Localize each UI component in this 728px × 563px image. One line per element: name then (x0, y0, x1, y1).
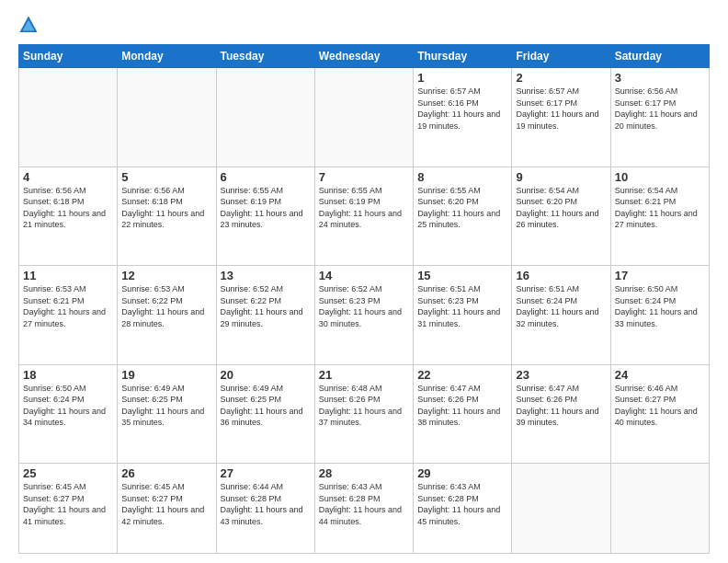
header-wednesday: Wednesday (314, 45, 413, 68)
table-row (610, 464, 709, 554)
day-number: 28 (319, 466, 409, 480)
week-row-1: 4Sunrise: 6:56 AM Sunset: 6:18 PM Daylig… (19, 167, 710, 266)
day-number: 3 (615, 71, 705, 85)
header-sunday: Sunday (19, 45, 118, 68)
table-row: 27Sunrise: 6:44 AM Sunset: 6:28 PM Dayli… (216, 464, 314, 554)
table-row: 7Sunrise: 6:55 AM Sunset: 6:19 PM Daylig… (314, 167, 413, 266)
day-number: 26 (121, 466, 211, 480)
table-row: 12Sunrise: 6:53 AM Sunset: 6:22 PM Dayli… (118, 266, 216, 365)
table-row: 20Sunrise: 6:49 AM Sunset: 6:25 PM Dayli… (216, 364, 314, 464)
day-number: 13 (221, 269, 311, 282)
table-row: 29Sunrise: 6:43 AM Sunset: 6:28 PM Dayli… (414, 464, 512, 554)
table-row: 15Sunrise: 6:51 AM Sunset: 6:23 PM Dayli… (414, 266, 512, 365)
table-row: 17Sunrise: 6:50 AM Sunset: 6:24 PM Dayli… (610, 266, 709, 365)
day-info: Sunrise: 6:55 AM Sunset: 6:19 PM Dayligh… (319, 185, 409, 231)
day-number: 2 (516, 71, 606, 85)
week-row-0: 1Sunrise: 6:57 AM Sunset: 6:16 PM Daylig… (19, 68, 710, 167)
day-info: Sunrise: 6:56 AM Sunset: 6:18 PM Dayligh… (121, 185, 211, 231)
day-number: 12 (121, 269, 211, 282)
day-number: 5 (121, 170, 211, 184)
day-number: 18 (23, 368, 113, 382)
table-row: 19Sunrise: 6:49 AM Sunset: 6:25 PM Dayli… (118, 364, 216, 464)
day-info: Sunrise: 6:51 AM Sunset: 6:23 PM Dayligh… (417, 283, 507, 329)
day-info: Sunrise: 6:50 AM Sunset: 6:24 PM Dayligh… (23, 383, 113, 429)
day-info: Sunrise: 6:47 AM Sunset: 6:26 PM Dayligh… (516, 383, 606, 429)
day-number: 17 (615, 269, 705, 282)
day-number: 8 (417, 170, 507, 184)
table-row: 13Sunrise: 6:52 AM Sunset: 6:22 PM Dayli… (216, 266, 314, 365)
table-row: 28Sunrise: 6:43 AM Sunset: 6:28 PM Dayli… (314, 464, 413, 554)
day-number: 14 (319, 269, 409, 282)
day-number: 1 (417, 71, 507, 85)
logo-icon (18, 15, 39, 35)
day-info: Sunrise: 6:56 AM Sunset: 6:17 PM Dayligh… (615, 86, 705, 132)
day-number: 10 (615, 170, 705, 184)
day-info: Sunrise: 6:54 AM Sunset: 6:21 PM Dayligh… (615, 185, 705, 231)
day-number: 23 (516, 368, 606, 382)
day-number: 27 (221, 466, 311, 480)
day-info: Sunrise: 6:57 AM Sunset: 6:17 PM Dayligh… (516, 86, 606, 132)
table-row (118, 68, 216, 167)
table-row: 23Sunrise: 6:47 AM Sunset: 6:26 PM Dayli… (512, 364, 610, 464)
table-row: 10Sunrise: 6:54 AM Sunset: 6:21 PM Dayli… (610, 167, 709, 266)
header-tuesday: Tuesday (216, 45, 314, 68)
table-row: 1Sunrise: 6:57 AM Sunset: 6:16 PM Daylig… (414, 68, 512, 167)
table-row: 11Sunrise: 6:53 AM Sunset: 6:21 PM Dayli… (19, 266, 118, 365)
day-number: 24 (615, 368, 705, 382)
header (18, 15, 710, 35)
table-row: 16Sunrise: 6:51 AM Sunset: 6:24 PM Dayli… (512, 266, 610, 365)
table-row: 22Sunrise: 6:47 AM Sunset: 6:26 PM Dayli… (414, 364, 512, 464)
table-row: 6Sunrise: 6:55 AM Sunset: 6:19 PM Daylig… (216, 167, 314, 266)
page: SundayMondayTuesdayWednesdayThursdayFrid… (0, 0, 728, 563)
day-info: Sunrise: 6:49 AM Sunset: 6:25 PM Dayligh… (121, 383, 211, 429)
header-friday: Friday (512, 45, 610, 68)
day-info: Sunrise: 6:54 AM Sunset: 6:20 PM Dayligh… (516, 185, 606, 231)
logo (18, 15, 42, 35)
day-number: 29 (417, 466, 507, 480)
day-info: Sunrise: 6:44 AM Sunset: 6:28 PM Dayligh… (221, 481, 311, 527)
table-row (512, 464, 610, 554)
calendar-table: SundayMondayTuesdayWednesdayThursdayFrid… (18, 44, 710, 554)
day-info: Sunrise: 6:56 AM Sunset: 6:18 PM Dayligh… (23, 185, 113, 231)
day-info: Sunrise: 6:46 AM Sunset: 6:27 PM Dayligh… (615, 383, 705, 429)
table-row: 24Sunrise: 6:46 AM Sunset: 6:27 PM Dayli… (610, 364, 709, 464)
day-number: 20 (221, 368, 311, 382)
day-info: Sunrise: 6:51 AM Sunset: 6:24 PM Dayligh… (516, 283, 606, 329)
table-row (19, 68, 118, 167)
table-row: 8Sunrise: 6:55 AM Sunset: 6:20 PM Daylig… (414, 167, 512, 266)
week-row-3: 18Sunrise: 6:50 AM Sunset: 6:24 PM Dayli… (19, 364, 710, 464)
day-number: 11 (23, 269, 113, 282)
header-monday: Monday (118, 45, 216, 68)
day-number: 9 (516, 170, 606, 184)
day-number: 19 (121, 368, 211, 382)
day-info: Sunrise: 6:55 AM Sunset: 6:20 PM Dayligh… (417, 185, 507, 231)
day-info: Sunrise: 6:52 AM Sunset: 6:22 PM Dayligh… (221, 283, 311, 329)
day-info: Sunrise: 6:43 AM Sunset: 6:28 PM Dayligh… (417, 481, 507, 527)
table-row: 26Sunrise: 6:45 AM Sunset: 6:27 PM Dayli… (118, 464, 216, 554)
header-thursday: Thursday (414, 45, 512, 68)
day-info: Sunrise: 6:45 AM Sunset: 6:27 PM Dayligh… (23, 481, 113, 527)
table-row: 2Sunrise: 6:57 AM Sunset: 6:17 PM Daylig… (512, 68, 610, 167)
table-row (216, 68, 314, 167)
day-number: 15 (417, 269, 507, 282)
day-number: 4 (23, 170, 113, 184)
day-number: 7 (319, 170, 409, 184)
table-row (314, 68, 413, 167)
day-number: 6 (221, 170, 311, 184)
table-row: 21Sunrise: 6:48 AM Sunset: 6:26 PM Dayli… (314, 364, 413, 464)
day-number: 21 (319, 368, 409, 382)
day-info: Sunrise: 6:53 AM Sunset: 6:22 PM Dayligh… (121, 283, 211, 329)
table-row: 9Sunrise: 6:54 AM Sunset: 6:20 PM Daylig… (512, 167, 610, 266)
day-info: Sunrise: 6:45 AM Sunset: 6:27 PM Dayligh… (121, 481, 211, 527)
table-row: 14Sunrise: 6:52 AM Sunset: 6:23 PM Dayli… (314, 266, 413, 365)
day-info: Sunrise: 6:47 AM Sunset: 6:26 PM Dayligh… (417, 383, 507, 429)
calendar-header-row: SundayMondayTuesdayWednesdayThursdayFrid… (19, 45, 710, 68)
table-row: 4Sunrise: 6:56 AM Sunset: 6:18 PM Daylig… (19, 167, 118, 266)
day-number: 25 (23, 466, 113, 480)
day-info: Sunrise: 6:43 AM Sunset: 6:28 PM Dayligh… (319, 481, 409, 527)
day-info: Sunrise: 6:48 AM Sunset: 6:26 PM Dayligh… (319, 383, 409, 429)
table-row: 5Sunrise: 6:56 AM Sunset: 6:18 PM Daylig… (118, 167, 216, 266)
day-info: Sunrise: 6:53 AM Sunset: 6:21 PM Dayligh… (23, 283, 113, 329)
table-row: 25Sunrise: 6:45 AM Sunset: 6:27 PM Dayli… (19, 464, 118, 554)
day-number: 16 (516, 269, 606, 282)
